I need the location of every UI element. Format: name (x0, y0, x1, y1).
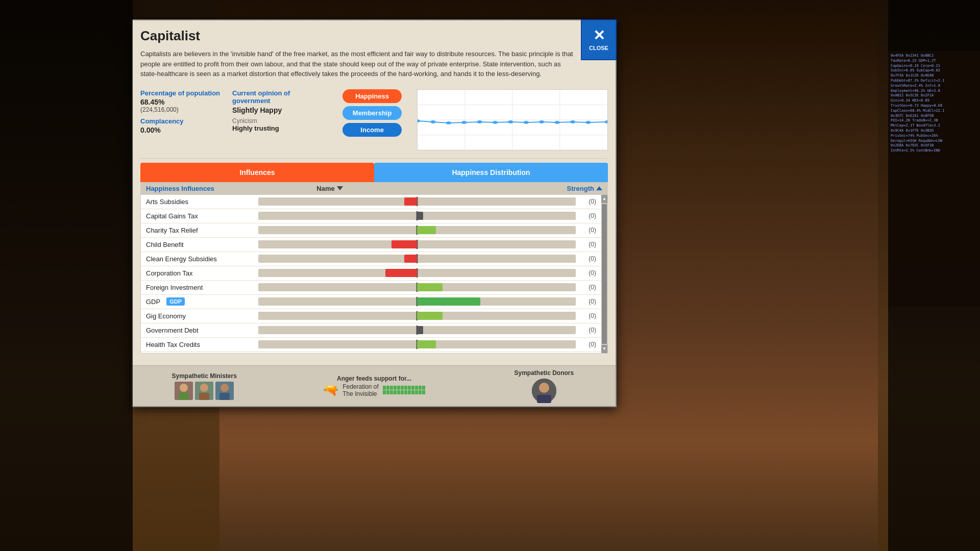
svg-point-27 (220, 384, 229, 392)
bar-container (258, 297, 576, 306)
donors-label: Sympathetic Donors (514, 369, 574, 377)
svg-point-16 (555, 120, 560, 123)
table-row[interactable]: Foreign Investment(0) (141, 281, 607, 295)
table-row[interactable]: Gig Economy(0) (141, 309, 607, 323)
tab-bar: Influences Happiness Distribution (140, 163, 608, 182)
row-value: (0) (576, 241, 596, 248)
stats-row: Percentage of population 68.45% (224,516… (133, 84, 616, 156)
ministers-section: Sympathetic Ministers (140, 372, 268, 400)
minister-2-icon (195, 382, 213, 400)
table-row[interactable]: Government Debt(0) (141, 323, 607, 338)
table-row[interactable]: Corporation Tax(0) (141, 266, 607, 281)
opinion-label: Current opinion of government (232, 89, 327, 105)
row-name: Corporation Tax (146, 269, 258, 277)
row-value: (0) (576, 198, 596, 205)
bar-fill (404, 197, 417, 206)
row-value: (0) (576, 327, 596, 334)
table-row[interactable]: Clean Energy Subsidies(0) (141, 252, 607, 266)
svg-point-8 (431, 120, 436, 123)
col-strength: Strength (401, 185, 602, 192)
happiness-button[interactable]: Happiness (342, 89, 402, 103)
bar-fill (417, 297, 480, 306)
toggle-buttons: Happiness Membership Income (342, 89, 402, 137)
close-label: CLOSE (589, 45, 608, 51)
table-row[interactable]: Charity Tax Relief(0) (141, 223, 607, 238)
svg-point-14 (524, 120, 529, 123)
bar-container (258, 197, 576, 206)
svg-rect-25 (199, 393, 209, 400)
table-row[interactable]: Capital Gains Tax(0) (141, 209, 607, 223)
scroll-track: ▲ ▼ (601, 195, 607, 353)
influences-table: Happiness Influences Name Strength Arts … (140, 182, 608, 354)
table-row[interactable]: Child Benefit(0) (141, 238, 607, 252)
svg-point-30 (539, 383, 549, 393)
col-name: Name (258, 185, 401, 192)
tab-happiness-distribution[interactable]: Happiness Distribution (374, 163, 608, 182)
gun-icon: 🔫 (323, 383, 338, 397)
gdp-tag: GDP (166, 297, 185, 306)
population-percentage: 68.45% (140, 98, 222, 106)
side-panel-left (0, 0, 133, 551)
row-value: (0) (576, 212, 596, 219)
complacency-value: 0.00% (140, 126, 222, 134)
scroll-thumb[interactable] (602, 204, 607, 344)
dialog-title: Capitalist (140, 28, 575, 44)
anger-org-text: Federation of The Invisible (342, 383, 379, 397)
bar-fill (417, 226, 436, 234)
donor-avatar (532, 379, 556, 403)
svg-point-15 (540, 120, 545, 123)
bar-container (258, 312, 576, 320)
anger-bars (383, 386, 425, 394)
population-count: (224,516,000) (140, 106, 222, 113)
table-row[interactable]: Income Tax(0) (141, 352, 607, 353)
row-value: (0) (576, 284, 596, 291)
anger-section: Anger feeds support for... 🔫 Federation … (278, 375, 470, 397)
name-wrapper: GDPGDP (146, 297, 258, 306)
name-sort-icon[interactable] (337, 186, 343, 190)
minister-avatar-1 (175, 382, 193, 400)
row-name: GDP (146, 298, 160, 306)
bar-fill (417, 283, 443, 291)
bar-fill (385, 269, 417, 277)
table-row[interactable]: GDPGDP(0) (141, 295, 607, 309)
bar-fill (417, 340, 436, 348)
membership-button[interactable]: Membership (342, 106, 402, 120)
donors-section: Sympathetic Donors (480, 369, 608, 403)
svg-point-12 (493, 120, 498, 123)
tab-influences[interactable]: Influences (140, 163, 374, 182)
bar-fill (417, 326, 423, 334)
dialog-header: Capitalist Capitalists are believers in … (133, 20, 616, 84)
svg-rect-22 (179, 393, 189, 400)
scroll-down-arrow[interactable]: ▼ (601, 345, 607, 353)
population-stat: Percentage of population 68.45% (224,516… (140, 89, 222, 134)
anger-label: Anger feeds support for... (337, 375, 411, 382)
income-button[interactable]: Income (342, 123, 402, 137)
strength-sort-icon[interactable] (596, 186, 602, 190)
bar-fill (404, 255, 417, 263)
svg-point-13 (508, 120, 513, 123)
row-name: Child Benefit (146, 241, 258, 248)
scroll-up-arrow[interactable]: ▲ (601, 195, 607, 203)
row-value: (0) (576, 255, 596, 262)
divider (140, 158, 608, 159)
rows-container: Arts Subsidies(0)Capital Gains Tax(0)Cha… (141, 195, 607, 353)
ministers-row (175, 382, 234, 400)
close-icon: ✕ (593, 29, 605, 43)
chart-area (417, 89, 608, 151)
main-dialog: ✕ CLOSE Capitalist Capitalists are belie… (132, 19, 617, 407)
minister-3-icon (215, 382, 234, 400)
bar-fill (417, 212, 423, 220)
row-value: (0) (576, 298, 596, 305)
col-happiness-influences: Happiness Influences (146, 185, 258, 192)
bar-container (258, 340, 576, 348)
dialog-description: Capitalists are believers in the 'invisi… (140, 49, 575, 79)
row-value: (0) (576, 312, 596, 319)
svg-point-21 (180, 384, 188, 392)
table-row[interactable]: Arts Subsidies(0) (141, 195, 607, 209)
close-button[interactable]: ✕ CLOSE (581, 19, 617, 60)
anger-org-line2: The Invisible (342, 390, 379, 397)
svg-point-10 (462, 120, 467, 123)
svg-rect-31 (537, 395, 551, 403)
svg-rect-28 (219, 393, 230, 400)
table-row[interactable]: Health Tax Credits(0) (141, 338, 607, 352)
